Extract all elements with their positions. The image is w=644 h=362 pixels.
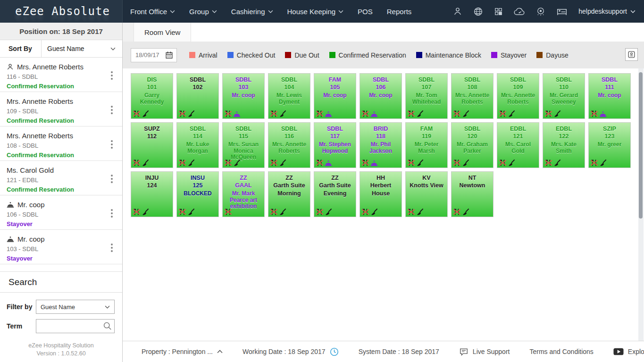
room-status-icons (270, 110, 286, 118)
room-status-icons (453, 159, 469, 167)
user-icon[interactable] (453, 7, 462, 16)
room-card-knotts-view[interactable]: KVKnotts View (405, 171, 448, 217)
sort-by-select[interactable]: Guest Name (42, 40, 122, 57)
room-card-124[interactable]: INJU124 (131, 171, 173, 217)
room-card-125[interactable]: INSU125BLOCKED (176, 171, 219, 217)
property-selector[interactable]: Property : Pennington ... (142, 348, 223, 355)
room-number: 108 (452, 84, 492, 92)
room-card-105[interactable]: FAM105Mr. coop (314, 73, 356, 119)
guest-item-mrs-annette-roberts-109-sdbl[interactable]: Mrs. Annette Roberts109 - SDBLConfirmed … (0, 92, 122, 126)
filter-by-select[interactable]: Guest Name (36, 300, 115, 314)
guest-item-ms-carol-gold-121-edbl[interactable]: Ms. Carol Gold121 - EDBLConfirmed Reserv… (0, 161, 122, 195)
date-input[interactable] (134, 51, 162, 59)
tab-room-view[interactable]: Room View (134, 23, 191, 42)
room-card-120[interactable]: SDBL120Mr. Graham Parker (451, 122, 493, 168)
broom-icon (279, 159, 286, 167)
guest-name: Mrs. Annette Roberts (7, 97, 73, 105)
no-meal-icon (499, 159, 507, 167)
no-meal-icon (178, 208, 186, 216)
nav-item-group[interactable]: Group (189, 8, 217, 16)
guest-item-mrs-annette-roberts-116-sdbl[interactable]: Mrs. Annette Roberts116 - SDBLConfirmed … (0, 58, 122, 92)
room-card-122[interactable]: EDBL122Mrs. Kate Smith (543, 122, 585, 168)
bed-icon[interactable] (556, 7, 568, 16)
nav-item-pos[interactable]: POS (358, 8, 373, 16)
more-options-button[interactable] (109, 70, 114, 81)
room-card-110[interactable]: SDBL110Mr. Gerard Sweeney (543, 73, 585, 119)
clock-icon[interactable] (330, 347, 339, 356)
room-number: 115 (224, 133, 263, 141)
no-meal-icon (316, 159, 324, 167)
guest-name: Mr. coop (17, 201, 45, 209)
more-options-button[interactable] (109, 139, 114, 150)
apps-icon[interactable] (494, 7, 503, 16)
guest-status: Confirmed Reservation (7, 117, 106, 124)
scrollbar-thumb[interactable] (639, 72, 643, 219)
room-guest-name: Mr. Luke Morgan (178, 142, 217, 154)
compact-view-button[interactable] (625, 48, 638, 61)
room-card-garth-suite-morning[interactable]: ZZGarth Suite Morning (268, 171, 310, 217)
room-card-104[interactable]: SDBL104Mr. Lewis Dyment (268, 73, 310, 119)
live-support-link[interactable]: Live Support (459, 347, 510, 356)
more-options-button[interactable] (109, 242, 114, 253)
room-card-119[interactable]: FAM119Mr. Peter Marsh (405, 122, 448, 168)
room-card-111[interactable]: SDBL111Mr. coop (588, 73, 631, 119)
guest-name-row: Mrs. Annette Roberts (7, 132, 106, 140)
globe-icon[interactable] (473, 7, 483, 17)
room-type-code: SDBL (269, 76, 309, 84)
room-card-116[interactable]: SDBL116Mrs. Annette Roberts (268, 122, 310, 168)
terms-link[interactable]: Terms and Conditions (529, 348, 593, 355)
room-card-115[interactable]: SDBL115Mrs. Susan Monica McQueen (222, 122, 265, 168)
room-card-112[interactable]: SUPZ112 (131, 122, 173, 168)
bell-icon (233, 111, 241, 118)
room-card-123[interactable]: SZIP123Mr. greer (588, 122, 631, 168)
room-card-garth-suite-evening[interactable]: ZZGarth Suite Evening (314, 171, 356, 217)
broom-icon (233, 159, 241, 167)
legend-item-stayover: Stayover (491, 51, 527, 59)
room-card-herbert-house[interactable]: HHHerbert House (360, 171, 402, 217)
more-options-button[interactable] (109, 104, 114, 116)
room-card-101[interactable]: DIS101Garry Kennedy (131, 73, 173, 119)
room-card-107[interactable]: SDBL107Mr. Tom Whitehead (405, 73, 448, 119)
room-card-newtown[interactable]: NTNewtown (451, 171, 493, 217)
guest-room: 116 - SDBL (7, 73, 106, 80)
broom-icon (142, 208, 149, 216)
sort-by-value: Guest Name (47, 45, 84, 52)
nav-item-cashiering[interactable]: Cashiering (231, 8, 273, 16)
no-meal-icon (361, 159, 369, 167)
room-card-106[interactable]: SDBL106Mr. coop (360, 73, 402, 119)
room-card-102[interactable]: SDBL102 (176, 73, 219, 119)
calendar-icon[interactable] (165, 51, 173, 59)
room-status-icons (544, 110, 561, 118)
room-card-114[interactable]: SDBL114Mr. Luke Morgan (176, 122, 219, 168)
user-menu[interactable]: helpdesksupport (578, 8, 636, 15)
room-card-108[interactable]: SDBL108Mrs. Annette Roberts (451, 73, 493, 119)
nav-item-front-office[interactable]: Front Office (130, 8, 175, 16)
cloud-gauge-icon[interactable] (514, 7, 525, 16)
term-label: Term (7, 322, 36, 330)
room-card-121[interactable]: EDBL121Ms. Carol Gold (497, 122, 539, 168)
nav-item-house-keeping[interactable]: House Keeping (287, 8, 344, 16)
guest-item-mrs-annette-roberts-108-sdbl[interactable]: Mrs. Annette Roberts108 - SDBLConfirmed … (0, 126, 122, 161)
room-card-gaal[interactable]: ZZGAALMr. Mark Pearce art exhibition (222, 171, 265, 217)
nav-item-label: Group (189, 8, 209, 16)
room-status-icons (544, 159, 561, 167)
nav-item-label: POS (358, 8, 373, 16)
vertical-scrollbar[interactable] (638, 68, 644, 341)
top-navigation: Front OfficeGroupCashieringHouse Keeping… (123, 8, 411, 16)
room-card-117[interactable]: SDBL117Mr. Stephen Hopwood (314, 122, 356, 168)
search-icon[interactable] (103, 321, 112, 330)
room-guest-name: Mr. Phil Jackson (361, 142, 401, 154)
more-options-button[interactable] (109, 173, 114, 185)
eye-icon[interactable] (536, 7, 545, 16)
more-options-button[interactable] (109, 208, 114, 219)
guest-item-mr-coop-103-sdbl[interactable]: Mr. coop103 - SDBLStayover (0, 230, 122, 264)
room-card-118[interactable]: BRID118Mr. Phil Jackson (360, 122, 402, 168)
room-card-109[interactable]: SDBL109Mrs. Annette Roberts (497, 73, 539, 119)
guest-item-mr-coop-106-sdbl[interactable]: Mr. coop106 - SDBLStayover (0, 195, 122, 230)
room-status-icons (316, 208, 332, 216)
room-card-103[interactable]: SDBL103Mr. coop (222, 73, 265, 119)
room-number: Garth Suite Morning (269, 182, 309, 198)
nav-item-reports[interactable]: Reports (387, 8, 412, 16)
explore-tutorials-link[interactable]: Explore Tutorials (613, 348, 644, 355)
room-row: DIS101Garry KennedySDBL102SDBL103Mr. coo… (131, 73, 644, 119)
